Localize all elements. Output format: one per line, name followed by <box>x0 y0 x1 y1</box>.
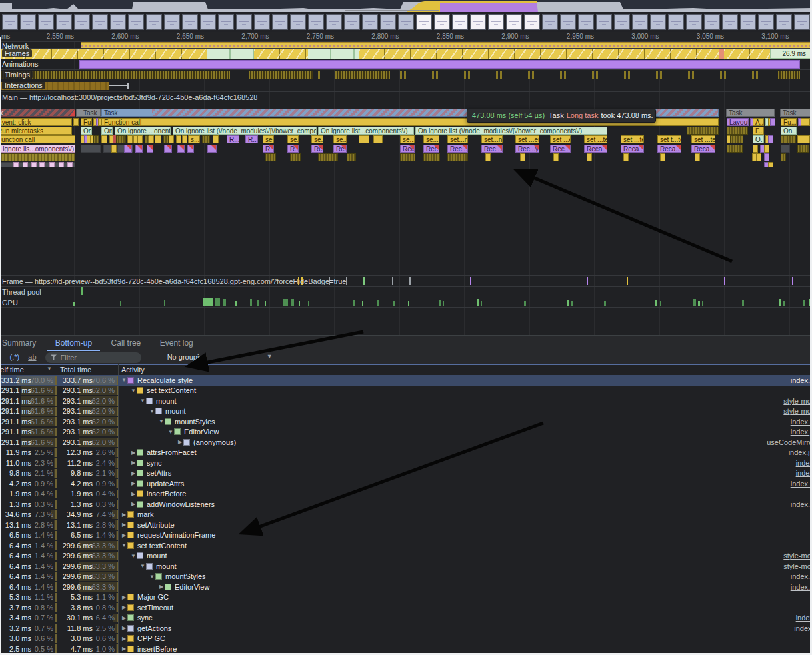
flame-bar[interactable]: Reca...yle <box>691 145 715 153</box>
table-row[interactable]: 4.2 ms0.9 %4.2 ms0.9 %▶updateAttrsindex.… <box>0 478 812 489</box>
flame-bar[interactable]: se...nt <box>423 135 439 143</box>
flame-bar[interactable] <box>81 145 101 153</box>
flame-bar[interactable] <box>770 118 775 126</box>
activity-label[interactable]: mount <box>156 562 177 570</box>
activity-label[interactable]: mount <box>156 397 177 405</box>
flame-bar[interactable] <box>359 135 369 143</box>
source-link[interactable]: index.js <box>791 418 812 426</box>
source-link[interactable]: index.j <box>794 624 812 632</box>
long-task-link[interactable]: Long task <box>567 111 599 119</box>
filmstrip-thumbnail[interactable] <box>632 14 648 30</box>
frames-track[interactable]: 26.9 ms <box>0 49 812 59</box>
flame-bar[interactable]: R...le <box>287 145 299 153</box>
flame-bar[interactable] <box>781 153 786 161</box>
col-header-total-time[interactable]: Total time <box>60 366 91 374</box>
flame-bar[interactable]: R... <box>245 135 258 143</box>
flame-bar[interactable] <box>155 135 161 143</box>
flame-bar[interactable] <box>756 153 761 161</box>
table-row[interactable]: 5.3 ms1.1 %5.3 ms1.1 %▶Major GC <box>0 592 812 603</box>
activity-label[interactable]: addWindowListeners <box>147 500 215 508</box>
filmstrip-thumbnail[interactable] <box>74 14 90 30</box>
flame-bar[interactable] <box>164 145 172 153</box>
activity-label[interactable]: setAttribute <box>137 521 175 529</box>
table-row[interactable]: 6.5 ms1.4 %6.5 ms1.4 %▶requestAnimationF… <box>0 530 812 541</box>
flame-bar[interactable] <box>116 135 126 143</box>
collapse-triangle-icon[interactable]: ▼ <box>121 377 127 383</box>
filmstrip-thumbnail[interactable] <box>110 14 126 30</box>
source-link[interactable]: index.js <box>791 572 812 580</box>
flame-bar[interactable] <box>127 135 133 143</box>
filmstrip-thumbnail[interactable] <box>398 14 414 30</box>
flame-bar[interactable]: Event: click <box>0 118 72 126</box>
collapse-triangle-icon[interactable]: ▼ <box>158 418 165 424</box>
table-row[interactable]: 1.3 ms0.3 %1.3 ms0.3 %▶addWindowListener… <box>0 499 812 510</box>
source-link[interactable]: style-mod <box>783 397 812 405</box>
expand-triangle-icon[interactable]: ▶ <box>130 501 137 507</box>
flame-bar[interactable] <box>687 127 719 135</box>
flame-bar[interactable] <box>727 145 743 153</box>
activity-label[interactable]: getActions <box>137 624 171 632</box>
flame-bar[interactable] <box>163 135 169 143</box>
table-row[interactable]: 291.1 ms61.6 %293.1 ms62.0 %▼mountstyle-… <box>0 406 812 417</box>
table-row[interactable]: 3.2 ms0.7 %11.8 ms2.5 %▶getActionsindex.… <box>0 623 812 634</box>
filmstrip-thumbnail[interactable] <box>164 14 180 30</box>
expand-triangle-icon[interactable]: ▶ <box>121 615 127 621</box>
flame-bar[interactable]: set ...tent <box>584 135 607 143</box>
table-row[interactable]: 1.9 ms0.4 %1.9 ms0.4 %▶insertBefore <box>0 489 812 500</box>
frame-segment[interactable] <box>308 49 359 59</box>
flame-bar[interactable] <box>39 162 45 167</box>
flame-bar[interactable] <box>73 118 79 126</box>
flame-bar[interactable]: set ...ent <box>550 135 571 143</box>
filmstrip-thumbnail[interactable] <box>128 14 144 30</box>
flame-bar[interactable]: O... <box>753 135 764 143</box>
flame-bar[interactable] <box>202 135 210 143</box>
flame-bar[interactable] <box>347 153 356 161</box>
table-row[interactable]: 6.4 ms1.4 %299.6 ms63.3 %▼set textConten… <box>0 540 812 551</box>
flame-bar[interactable]: Re...le <box>333 145 347 153</box>
expand-triangle-icon[interactable]: ▶ <box>130 470 137 476</box>
threadpool-track-title[interactable]: Thread pool <box>2 288 41 296</box>
activity-label[interactable]: setAttrs <box>147 469 171 477</box>
source-link[interactable]: index.js <box>791 376 812 384</box>
activity-label[interactable]: updateAttrs <box>147 480 184 488</box>
filmstrip-thumbnail[interactable] <box>272 14 288 30</box>
collapse-triangle-icon[interactable]: ▼ <box>121 542 127 548</box>
collapse-triangle-icon[interactable]: ▼ <box>139 563 146 569</box>
track-label-timings[interactable]: Timings <box>2 71 33 79</box>
flame-bar[interactable] <box>520 153 525 161</box>
flame-bar[interactable] <box>553 153 559 161</box>
flame-bar[interactable]: Rec...yle <box>550 145 571 153</box>
filmstrip-thumbnail[interactable] <box>470 14 486 30</box>
flame-bar[interactable]: Run microtasks <box>0 127 72 135</box>
filmstrip-thumbnail[interactable] <box>668 14 684 30</box>
flame-bar[interactable]: n ignore lis...omponents\/) <box>0 145 75 153</box>
filmstrip-thumbnail[interactable] <box>146 14 162 30</box>
col-header-self-time[interactable]: Self time <box>0 366 24 374</box>
frame-segment[interactable] <box>359 49 719 59</box>
flame-bar[interactable]: R... <box>227 135 239 143</box>
flame-bar[interactable]: se...nt <box>333 135 347 143</box>
expand-triangle-icon[interactable]: ▶ <box>130 460 137 466</box>
collapse-triangle-icon[interactable]: ▼ <box>149 574 155 580</box>
flame-bar[interactable] <box>764 153 769 161</box>
source-link[interactable]: index.js <box>791 480 812 488</box>
flame-bar[interactable] <box>147 145 153 153</box>
activity-label[interactable]: EditorView <box>175 583 209 591</box>
filmstrip-thumbnail[interactable] <box>254 14 270 30</box>
flame-bar[interactable]: s...t <box>188 135 200 143</box>
collapse-triangle-icon[interactable]: ▼ <box>139 398 146 404</box>
flame-bar[interactable]: Reca...tyle <box>657 145 681 153</box>
table-row[interactable]: 291.1 ms61.6 %293.1 ms62.0 %▼mountStyles… <box>0 416 812 427</box>
expand-triangle-icon[interactable]: ▶ <box>121 604 127 610</box>
collapse-triangle-icon[interactable]: ▼ <box>167 429 174 435</box>
expand-triangle-icon[interactable]: ▶ <box>130 491 137 497</box>
flame-bar[interactable] <box>59 162 64 167</box>
frame-segment[interactable] <box>724 49 770 59</box>
collapse-triangle-icon[interactable]: ▼ <box>149 408 155 414</box>
flame-bar[interactable] <box>447 153 468 161</box>
filmstrip-thumbnail[interactable] <box>20 14 36 30</box>
table-row[interactable]: 6.4 ms1.4 %299.6 ms63.3 %▼mountStylesind… <box>0 572 812 582</box>
flame-bar[interactable] <box>781 145 790 153</box>
screenshot-filmstrip[interactable] <box>0 12 812 32</box>
tab-call-tree[interactable]: Call tree <box>103 336 149 350</box>
